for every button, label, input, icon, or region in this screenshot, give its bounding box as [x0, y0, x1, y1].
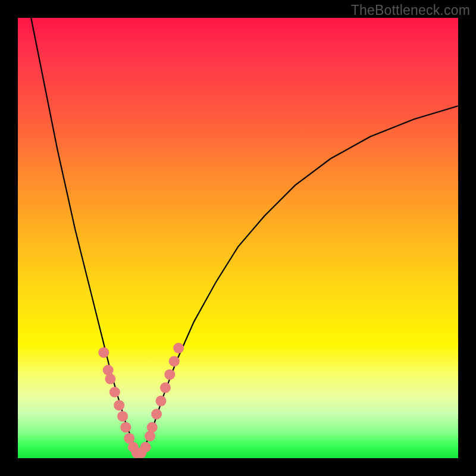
- curve-left: [31, 18, 139, 454]
- scatter-dot: [109, 387, 120, 397]
- scatter-dot: [151, 409, 162, 419]
- curve-right: [139, 106, 459, 454]
- scatter-dot: [169, 356, 180, 367]
- scatter-dot: [156, 396, 167, 406]
- scatter-dot: [160, 383, 171, 393]
- scatter-dot: [98, 347, 109, 358]
- watermark-text: TheBottleneck.com: [351, 2, 470, 18]
- scatter-dot: [164, 369, 175, 380]
- scatter-dots: [98, 343, 184, 458]
- chart-frame: TheBottleneck.com: [0, 0, 476, 476]
- scatter-dot: [120, 422, 131, 433]
- scatter-dot: [105, 374, 115, 384]
- scatter-dot: [117, 411, 128, 422]
- scatter-dot: [173, 343, 184, 353]
- scatter-dot: [114, 400, 124, 411]
- scatter-dot: [140, 442, 151, 453]
- scatter-dot: [147, 422, 158, 433]
- plot-area: [18, 18, 458, 458]
- curve-layer: [18, 18, 458, 458]
